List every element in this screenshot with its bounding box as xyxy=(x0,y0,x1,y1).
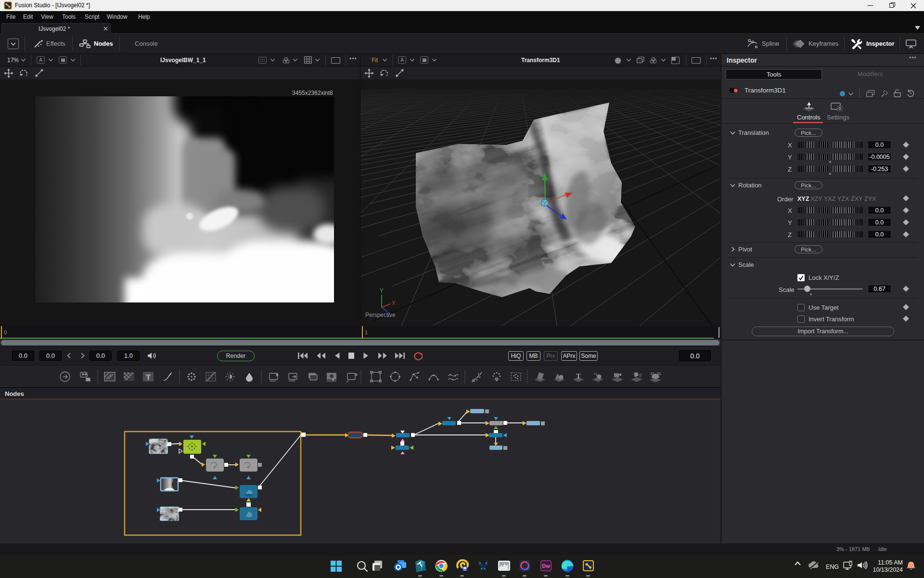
svg-text:T: T xyxy=(146,373,150,381)
svg-text:A: A xyxy=(39,57,42,63)
svg-text:T: T xyxy=(576,373,581,380)
svg-text:Dw: Dw xyxy=(542,563,550,569)
svg-text:X: X xyxy=(392,300,396,306)
svg-text:10/13/2024: 10/13/2024 xyxy=(873,566,903,573)
svg-text:Y: Y xyxy=(380,288,384,294)
svg-text:ENG: ENG xyxy=(826,564,839,570)
svg-text:A: A xyxy=(400,57,404,63)
svg-text:11:05 AM: 11:05 AM xyxy=(878,559,903,566)
